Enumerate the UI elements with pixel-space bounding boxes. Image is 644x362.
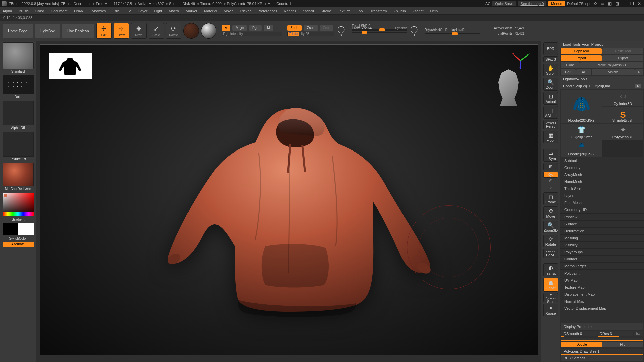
display-slider[interactable] [561,338,643,340]
tool-empty[interactable] [602,140,643,157]
section-texturemap[interactable]: Texture Map [560,284,644,291]
swatch-white[interactable] [18,223,34,235]
swatch-black[interactable] [3,223,18,235]
section-contact[interactable]: Contact [560,256,644,263]
rotate-mode[interactable]: ⟳Rotate [166,23,181,39]
menu-picker[interactable]: Picker [240,9,251,13]
restore-icon[interactable]: ❐ [629,1,635,6]
menu-dynamics[interactable]: Dynamics [90,9,106,13]
persp-button[interactable]: DynamicPersp [543,120,558,129]
menu-light[interactable]: Light [154,9,162,13]
alternate-button[interactable]: Alternate [3,242,34,247]
camera-head-icon[interactable] [494,69,523,106]
alpha-thumb[interactable] [3,101,34,125]
edit-mode[interactable]: ✢Edit [96,23,112,39]
sculptris-icon[interactable] [183,23,199,39]
a-chip[interactable]: A [222,25,231,31]
zcut-chip[interactable]: Zcut [320,25,333,31]
section-geometry[interactable]: Geometry [560,164,644,171]
menu-macro[interactable]: Macro [169,9,179,13]
export-button[interactable]: Export [602,55,643,61]
menu-texture[interactable]: Texture [338,9,350,13]
section-polypaint[interactable]: Polypaint [560,270,644,277]
texture-thumb[interactable] [3,132,34,157]
aahalf-button[interactable]: ◫AAHalf [543,106,558,119]
section-polygroups[interactable]: Polygroups [560,249,644,256]
move-mode[interactable]: ✥Move [131,23,147,39]
menu-edit[interactable]: Edit [112,9,119,13]
viewport[interactable] [40,44,538,355]
rotate3d-button[interactable]: ⟳Rotate [543,235,558,247]
reset-layout-icon[interactable]: ⟲ [592,1,598,6]
section-arraymesh[interactable]: ArrayMesh [560,171,644,178]
tool-simplebrush[interactable]: SSimpleBrush [602,107,643,123]
transp-button[interactable]: ◐Transp [543,263,558,276]
xyz-button[interactable]: Xyz [543,172,558,178]
bpr-button[interactable]: BPR [543,42,558,55]
section-preview[interactable]: Preview [560,214,644,221]
section-masking[interactable]: Masking [560,235,644,242]
menu-alpha[interactable]: Alpha [3,9,12,13]
menu-layer[interactable]: Layer [138,9,148,13]
gradient-button[interactable]: Gradient [3,217,34,222]
rgb-chip[interactable]: Rgb [249,25,262,31]
draw-mode[interactable]: ⊹Draw [114,23,129,39]
import-button[interactable]: Import [561,55,602,61]
brush-thumb[interactable] [3,42,34,69]
tool-puffer[interactable]: 👕G8{20}Puffer [561,124,602,140]
seethrough-slider[interactable]: See-through 0 [518,1,547,6]
menu-material[interactable]: Material [204,9,217,13]
hoodie-mesh[interactable] [138,85,440,327]
section-geometryhd[interactable]: Geometry HD [560,206,644,214]
menu-movie[interactable]: Movie [224,9,233,13]
menu-marker[interactable]: Marker [186,9,197,13]
copytool-button[interactable]: Copy Tool [561,48,602,54]
scale-mode[interactable]: ⤢Scale [149,23,164,39]
section-vectordisp[interactable]: Vector Displacement Map [560,305,644,312]
prev-layout-icon[interactable]: ◧ [607,1,612,6]
minimize-icon[interactable]: — [622,1,627,6]
m-chip[interactable]: M [264,25,273,31]
section-deformation[interactable]: Deformation [560,228,644,235]
sym-z-icon[interactable]: ○ [548,186,554,191]
adjust-last-slider[interactable]: AdjustLast 1 [425,33,480,34]
makepoly-button[interactable]: Make PolyMesh3D [580,62,643,68]
flip-button[interactable]: Flip [602,342,643,347]
d-icon[interactable]: ◯D [409,24,419,38]
default-zscript[interactable]: DefaultZScript [567,2,590,6]
pastetool-button[interactable]: Paste Tool [602,48,643,54]
section-morphtarget[interactable]: Morph Target [560,263,644,270]
menu-zscript[interactable]: Zscript [413,9,424,13]
menu-stroke[interactable]: Stroke [321,9,331,13]
loadtools-button[interactable]: Load Tools From Project [560,41,644,48]
double-button[interactable]: Double [561,342,602,347]
lsym-button[interactable]: ⇄L.Sym [543,149,558,162]
current-tool[interactable]: Hoodie{20}G9{20}Fit{20}Qua R [560,83,644,89]
menu-render[interactable]: Render [284,9,296,13]
zoom3d-button[interactable]: 🔍Zoom3D [543,221,558,233]
section-uvmap[interactable]: UV Map [560,277,644,284]
actual-button[interactable]: ⊡Actual [543,92,558,105]
section-subtool[interactable]: Subtool [560,157,644,164]
section-displacement[interactable]: Displacement Map [560,291,644,298]
move3d-button[interactable]: ✥Move [543,206,558,219]
menus-button[interactable]: Menus [548,1,565,6]
dres-slider[interactable]: DRes 3 [598,331,633,336]
section-normalmap[interactable]: Normal Map [560,298,644,305]
camview-button[interactable]: ⊞ [543,163,558,170]
tool-cylinder[interactable]: ⬭Cylinder3D [602,90,643,106]
menu-preferences[interactable]: Preferences [257,9,277,13]
material-thumb[interactable] [3,163,34,186]
stroke-thumb[interactable]: • • • • •• • • • [3,75,34,94]
menu-zplugin[interactable]: Zplugin [393,9,406,13]
lightbox-button[interactable]: LightBox [35,24,60,38]
close-icon[interactable]: ✕ [637,1,642,6]
rgb-intensity-slider[interactable]: Rgb Intensity [222,32,282,36]
ex-button[interactable]: Ex [634,331,643,336]
tool-hoodie[interactable]: 🧥Hoodie{20}G9{2 [561,90,602,123]
menu-color[interactable]: Color [35,9,44,13]
clone-button[interactable]: Clone [561,62,580,68]
tool-polymesh[interactable]: ✦PolyMesh3D [602,124,643,140]
menu-file[interactable]: File [125,9,131,13]
next-layout-icon[interactable]: ◨ [614,1,620,6]
